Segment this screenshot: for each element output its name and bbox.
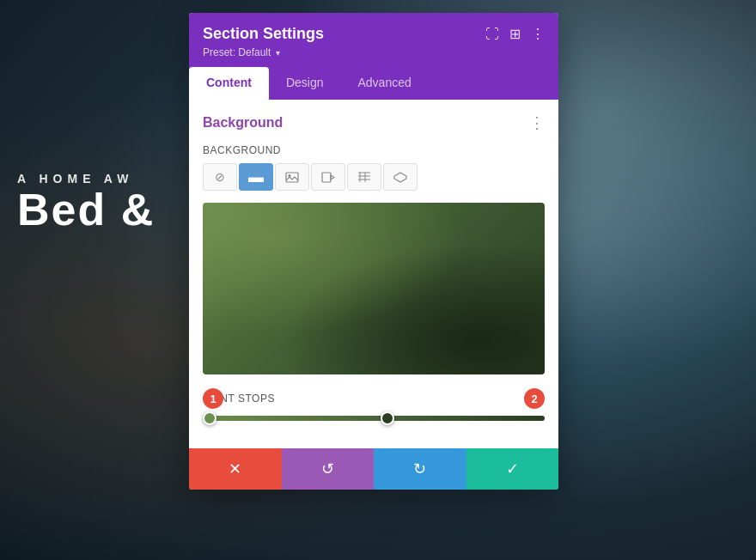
badge-1: 1 bbox=[203, 388, 223, 409]
section-title-row: Background ⋮ bbox=[203, 113, 545, 132]
tab-design[interactable]: Design bbox=[269, 67, 341, 100]
svg-rect-0 bbox=[286, 173, 298, 182]
panel-header: Section Settings ⛶ ⊞ ⋮ Preset: Default ▾ bbox=[189, 13, 558, 67]
section-title: Background bbox=[203, 115, 283, 131]
preset-label[interactable]: Preset: Default ▾ bbox=[203, 46, 545, 58]
overlay-text-small: A HOME AW bbox=[17, 172, 155, 186]
tab-advanced[interactable]: Advanced bbox=[340, 67, 428, 100]
bg-type-icons: ⊘ ▬ bbox=[203, 163, 545, 191]
gradient-preview[interactable] bbox=[203, 203, 545, 374]
columns-icon[interactable]: ⊞ bbox=[509, 26, 521, 42]
cancel-button[interactable]: ✕ bbox=[189, 448, 282, 490]
badge-row: 1 ient Stops 2 bbox=[203, 388, 545, 409]
overlay-text-large: Bed & bbox=[17, 186, 155, 234]
bg-type-video[interactable] bbox=[311, 163, 345, 191]
gradient-stops-row: 1 ient Stops 2 bbox=[203, 388, 545, 421]
undo-button[interactable]: ↺ bbox=[282, 448, 375, 490]
slider-thumb-right[interactable] bbox=[381, 411, 394, 425]
section-more-icon[interactable]: ⋮ bbox=[529, 113, 545, 132]
svg-marker-3 bbox=[331, 175, 334, 180]
bg-type-image[interactable] bbox=[275, 163, 309, 191]
redo-button[interactable]: ↻ bbox=[374, 448, 466, 490]
panel-tabs: Content Design Advanced bbox=[189, 67, 558, 100]
bg-type-mask[interactable] bbox=[383, 163, 418, 191]
gradient-slider-track[interactable] bbox=[203, 416, 545, 421]
preset-arrow: ▾ bbox=[276, 48, 280, 58]
badge-2: 2 bbox=[524, 388, 545, 409]
slider-thumb-left[interactable] bbox=[203, 411, 216, 425]
panel-footer: ✕ ↺ ↻ ✓ bbox=[189, 448, 558, 490]
tab-content[interactable]: Content bbox=[189, 67, 269, 100]
bg-type-none[interactable]: ⊘ bbox=[203, 163, 237, 191]
bg-type-pattern[interactable] bbox=[347, 163, 381, 191]
save-button[interactable]: ✓ bbox=[466, 448, 559, 490]
svg-rect-2 bbox=[322, 173, 331, 182]
overlay-text: A HOME AW Bed & bbox=[17, 172, 155, 234]
gradient-stops-label: ient Stops bbox=[203, 393, 524, 405]
panel-title: Section Settings bbox=[203, 25, 324, 43]
section-settings-panel: Section Settings ⛶ ⊞ ⋮ Preset: Default ▾… bbox=[189, 13, 558, 490]
panel-header-icons: ⛶ ⊞ ⋮ bbox=[485, 26, 545, 42]
background-field-label: Background bbox=[203, 144, 545, 156]
more-icon[interactable]: ⋮ bbox=[531, 26, 545, 42]
expand-icon[interactable]: ⛶ bbox=[485, 27, 499, 42]
panel-body: Background ⋮ Background ⊘ ▬ bbox=[189, 100, 558, 448]
bg-type-color[interactable]: ▬ bbox=[239, 163, 273, 191]
panel-title-row: Section Settings ⛶ ⊞ ⋮ bbox=[203, 25, 545, 43]
